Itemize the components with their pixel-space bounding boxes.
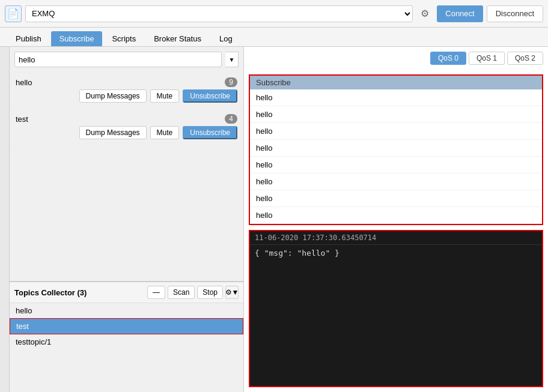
top-bar: 📄 EXMQ ⚙ Connect Disconnect (0, 0, 548, 28)
qos-button-0[interactable]: QoS 0 (430, 52, 466, 65)
tab-scripts[interactable]: Scripts (103, 31, 144, 46)
side-strip (0, 47, 10, 392)
scan-button[interactable]: — (147, 286, 165, 299)
subscription-count: 4 (225, 114, 237, 124)
subscription-item: hello 9 Dump Messages Mute Unsubscribe (10, 73, 243, 109)
message-entry: hello (250, 207, 542, 224)
subscription-count: 9 (225, 77, 237, 87)
collector-title: Topics Collector (3) (14, 288, 87, 297)
scan-text-button[interactable]: Scan (168, 286, 195, 299)
message-body: { "msg": "hello" } (250, 245, 542, 261)
messages-list: hellohellohellohellohellohellohellohello (250, 89, 542, 224)
collector-header: Topics Collector (3) — Scan Stop ⚙▼ (10, 282, 243, 303)
tab-bar: Publish Subscribe Scripts Broker Status … (0, 28, 548, 47)
dump-messages-button[interactable]: Dump Messages (79, 126, 147, 139)
tab-log[interactable]: Log (211, 31, 241, 46)
disconnect-button[interactable]: Disconnect (487, 5, 543, 22)
tab-broker-status[interactable]: Broker Status (145, 31, 210, 46)
qos-button-2[interactable]: QoS 2 (507, 52, 543, 65)
tab-subscribe[interactable]: Subscribe (51, 31, 103, 46)
message-entry: hello (250, 173, 542, 190)
unsubscribe-button[interactable]: Unsubscribe (183, 89, 237, 103)
stop-button[interactable]: Stop (197, 286, 223, 299)
topic-input[interactable] (14, 52, 222, 67)
gear-button[interactable]: ⚙ (416, 5, 433, 22)
unsubscribe-button[interactable]: Unsubscribe (183, 126, 237, 139)
message-entry: hello (250, 123, 542, 140)
subscription-header: hello 9 (16, 77, 237, 87)
message-display: 11-06-2020 17:37:30.63450714 { "msg": "h… (249, 230, 543, 387)
left-panel: ▼ hello 9 Dump Messages Mute Unsubscribe… (10, 47, 244, 392)
dump-messages-button[interactable]: Dump Messages (79, 89, 147, 103)
topic-dropdown-button[interactable]: ▼ (225, 52, 239, 67)
subscribe-popup-title: Subscribe (256, 78, 291, 87)
right-panel: QoS 0QoS 1QoS 2 Subscribe hellohellohell… (244, 47, 548, 392)
subscription-topic: test (16, 115, 28, 124)
tab-publish[interactable]: Publish (7, 31, 50, 46)
subscription-topic: hello (16, 78, 32, 87)
topics-list: hellotesttesttopic/1 (10, 303, 243, 392)
topic-list-item[interactable]: hello (10, 303, 243, 318)
connect-button[interactable]: Connect (437, 5, 483, 22)
main-content: ▼ hello 9 Dump Messages Mute Unsubscribe… (0, 47, 548, 392)
qos-row: QoS 0QoS 1QoS 2 (244, 47, 548, 70)
connection-icon: 📄 (5, 5, 22, 22)
mute-button[interactable]: Mute (150, 89, 180, 103)
subscribe-popup-header: Subscribe (250, 76, 542, 89)
message-entry: hello (250, 140, 542, 157)
subscriptions-list: hello 9 Dump Messages Mute Unsubscribe t… (10, 73, 243, 281)
topic-list-item[interactable]: testtopic/1 (10, 334, 243, 349)
subscription-item: test 4 Dump Messages Mute Unsubscribe (10, 109, 243, 146)
message-entry: hello (250, 190, 542, 207)
collector-gear-button[interactable]: ⚙▼ (225, 286, 239, 299)
collector-buttons: — Scan Stop ⚙▼ (147, 286, 239, 299)
subscription-header: test 4 (16, 114, 237, 124)
message-timestamp: 11-06-2020 17:37:30.63450714 (250, 231, 542, 245)
connection-select[interactable]: EXMQ (25, 5, 413, 22)
subscribe-row: ▼ (10, 47, 243, 73)
message-entry: hello (250, 157, 542, 173)
topic-list-item[interactable]: test (10, 318, 243, 334)
subscribe-popup-area: Subscribe hellohellohellohellohellohello… (249, 74, 543, 225)
qos-button-1[interactable]: QoS 1 (469, 52, 505, 65)
subscription-actions: Dump Messages Mute Unsubscribe (16, 89, 237, 106)
mute-button[interactable]: Mute (150, 126, 180, 139)
message-entry: hello (250, 89, 542, 106)
topics-collector: Topics Collector (3) — Scan Stop ⚙▼ hell… (10, 281, 243, 392)
subscription-actions: Dump Messages Mute Unsubscribe (16, 126, 237, 143)
message-entry: hello (250, 106, 542, 123)
